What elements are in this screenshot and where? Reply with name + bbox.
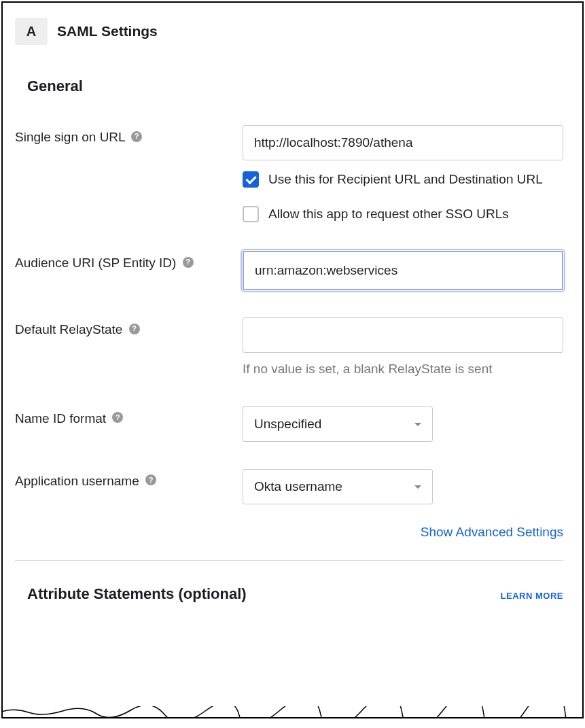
- checkbox-label: Allow this app to request other SSO URLs: [268, 205, 509, 224]
- checkbox-recipient-url[interactable]: Use this for Recipient URL and Destinati…: [243, 170, 563, 190]
- help-icon[interactable]: ?: [183, 257, 194, 268]
- label-sso-url: Single sign on URL ?: [15, 125, 243, 147]
- label-audience-uri: Audience URI (SP Entity ID) ?: [15, 251, 243, 273]
- checkbox-icon[interactable]: [243, 171, 259, 188]
- audience-uri-input[interactable]: [243, 251, 563, 290]
- learn-more-link[interactable]: LEARN MORE: [501, 591, 563, 601]
- checkbox-allow-other-sso[interactable]: Allow this app to request other SSO URLs: [243, 205, 563, 224]
- help-icon[interactable]: ?: [129, 324, 140, 334]
- help-icon[interactable]: ?: [145, 474, 156, 485]
- help-icon[interactable]: ?: [131, 131, 142, 142]
- name-id-format-select[interactable]: Unspecified: [243, 406, 433, 442]
- select-value: Unspecified: [254, 417, 321, 432]
- select-value: Okta username: [254, 479, 342, 494]
- relaystate-helper-text: If no value is set, a blank RelayState i…: [243, 360, 563, 379]
- torn-edge-decoration: [1, 706, 584, 718]
- general-section-title: General: [27, 77, 563, 95]
- attribute-statements-header: Attribute Statements (optional) LEARN MO…: [27, 585, 563, 603]
- advanced-settings-row: Show Advanced Settings: [15, 525, 563, 540]
- sso-url-input[interactable]: [243, 125, 563, 160]
- saml-settings-panel: A SAML Settings General Single sign on U…: [1, 1, 584, 718]
- checkbox-icon[interactable]: [243, 206, 259, 222]
- label-app-username: Application username ?: [15, 469, 243, 491]
- show-advanced-settings-link[interactable]: Show Advanced Settings: [421, 525, 563, 539]
- label-default-relaystate: Default RelayState ?: [15, 317, 243, 339]
- panel-header: A SAML Settings: [15, 18, 563, 45]
- row-app-username: Application username ? Okta username: [15, 469, 563, 504]
- row-name-id-format: Name ID format ? Unspecified: [15, 406, 563, 442]
- attribute-statements-title: Attribute Statements (optional): [27, 585, 247, 603]
- help-icon[interactable]: ?: [112, 412, 123, 423]
- checkbox-label: Use this for Recipient URL and Destinati…: [268, 170, 543, 190]
- row-audience-uri: Audience URI (SP Entity ID) ?: [15, 251, 563, 290]
- step-badge: A: [15, 18, 48, 45]
- row-sso-url: Single sign on URL ? Use this for Recipi…: [15, 125, 563, 224]
- app-username-select[interactable]: Okta username: [243, 469, 433, 504]
- section-divider: [15, 560, 563, 561]
- default-relaystate-input[interactable]: [243, 317, 563, 353]
- label-name-id-format: Name ID format ?: [15, 406, 243, 428]
- row-default-relaystate: Default RelayState ? If no value is set,…: [15, 317, 563, 379]
- panel-title: SAML Settings: [57, 23, 158, 39]
